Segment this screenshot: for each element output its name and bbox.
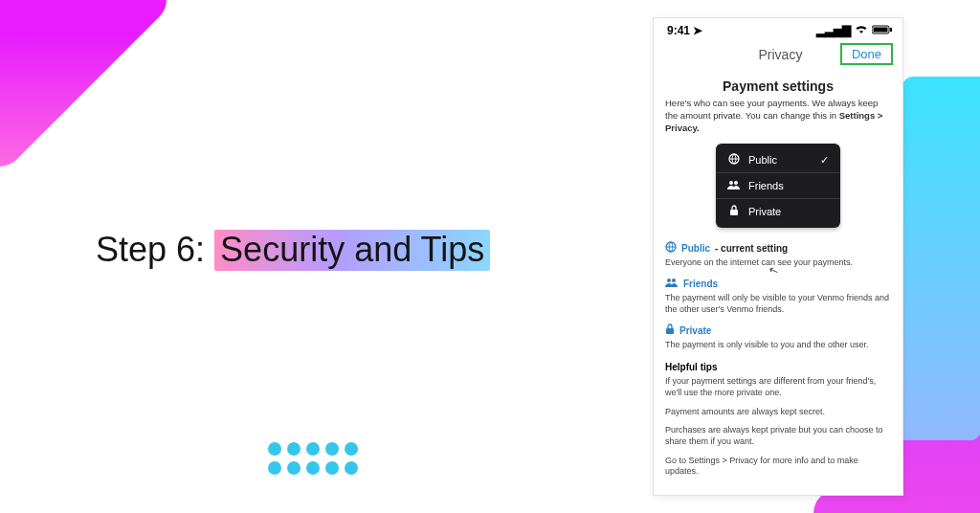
tips-title: Helpful tips — [654, 358, 902, 374]
phone-mockup: 9:41 ➤ ▂▃▅▇ Privacy Done Payment setting… — [653, 17, 903, 496]
option-public: Public - current setting Everyone on the… — [654, 241, 902, 277]
svg-point-8 — [667, 279, 671, 282]
selector-public[interactable]: Public ✓ — [716, 147, 840, 173]
signal-icon: ▂▃▅▇ — [816, 24, 851, 37]
option-desc: The payment will only be visible to your… — [665, 293, 891, 315]
selector-private[interactable]: Private — [716, 199, 840, 224]
selector-label: Friends — [748, 180, 784, 191]
corner-gradient-tl — [0, 0, 176, 176]
selector-label: Private — [748, 206, 781, 217]
nav-title: Privacy — [721, 47, 840, 62]
heading-prefix: Step 6: — [96, 230, 214, 269]
tip-item: Purchases are always kept private but yo… — [654, 423, 902, 453]
tip-item: If your payment settings are different f… — [654, 374, 902, 404]
status-time: 9:41 ➤ — [667, 24, 702, 37]
nav-bar: Privacy Done — [654, 39, 902, 71]
svg-rect-2 — [890, 28, 892, 32]
battery-icon — [872, 24, 893, 37]
selector-friends[interactable]: Friends — [716, 173, 840, 199]
globe-icon — [665, 241, 677, 256]
selector-label: Public — [748, 154, 777, 166]
lock-icon — [665, 323, 675, 338]
lock-icon — [727, 205, 741, 218]
tip-item: Go to Settings > Privacy for more info a… — [654, 454, 902, 483]
globe-icon — [727, 153, 741, 167]
option-friends: Friends The payment will only be visible… — [654, 277, 902, 323]
svg-rect-1 — [874, 28, 888, 33]
option-desc: The payment is only visible to you and t… — [665, 340, 891, 351]
heading-highlight: Security and Tips — [214, 230, 490, 271]
status-bar: 9:41 ➤ ▂▃▅▇ — [654, 18, 902, 39]
done-button[interactable]: Done — [840, 43, 893, 65]
svg-point-5 — [734, 181, 738, 185]
wifi-icon — [855, 24, 868, 37]
friends-icon — [727, 179, 741, 192]
step-heading: Step 6: Security and Tips — [96, 230, 490, 270]
dot-grid — [268, 442, 358, 475]
privacy-selector: Public ✓ Friends Private — [716, 144, 840, 228]
svg-point-4 — [729, 181, 733, 185]
option-desc: Everyone on the internet can see your pa… — [665, 257, 891, 269]
tip-item: Payment amounts are always kept secret. — [654, 405, 902, 424]
intro-text: Here's who can see your payments. We alw… — [654, 98, 902, 134]
friends-icon — [665, 277, 679, 291]
page-title: Payment settings — [654, 78, 902, 94]
check-icon: ✓ — [820, 154, 829, 167]
svg-rect-6 — [730, 210, 738, 215]
svg-rect-10 — [666, 328, 674, 334]
option-private: Private The payment is only visible to y… — [654, 323, 902, 359]
svg-point-9 — [672, 279, 676, 282]
